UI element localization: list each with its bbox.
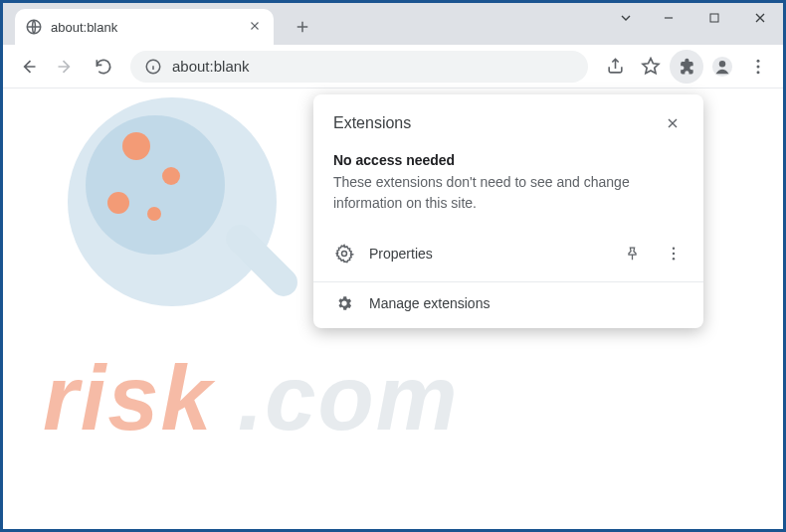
site-info-icon[interactable] bbox=[144, 58, 162, 76]
browser-tab[interactable]: about:blank bbox=[15, 9, 274, 45]
svg-point-11 bbox=[673, 258, 675, 260]
back-button[interactable] bbox=[11, 50, 45, 84]
extension-more-button[interactable] bbox=[660, 240, 688, 267]
watermark-text: risk bbox=[43, 346, 214, 450]
tab-close-icon[interactable] bbox=[248, 19, 264, 35]
svg-point-10 bbox=[673, 253, 675, 255]
tab-title: about:blank bbox=[51, 20, 240, 35]
svg-point-8 bbox=[342, 252, 347, 257]
extensions-popup: Extensions No access needed These extens… bbox=[313, 94, 703, 328]
popup-section-desc: These extensions don't need to see and c… bbox=[333, 172, 684, 214]
pin-button[interactable] bbox=[618, 240, 646, 267]
svg-point-7 bbox=[757, 71, 760, 74]
chevron-down-icon[interactable] bbox=[606, 3, 646, 33]
menu-button[interactable] bbox=[741, 50, 775, 84]
manage-extensions-row[interactable]: Manage extensions bbox=[313, 281, 703, 328]
globe-icon bbox=[25, 18, 43, 36]
profile-button[interactable] bbox=[705, 50, 739, 84]
popup-section-title: No access needed bbox=[333, 152, 684, 168]
extension-item[interactable]: Properties bbox=[313, 230, 703, 281]
manage-extensions-label: Manage extensions bbox=[369, 295, 688, 311]
maximize-button[interactable] bbox=[691, 3, 737, 33]
extensions-button[interactable] bbox=[670, 50, 703, 84]
svg-point-9 bbox=[673, 248, 675, 250]
window-controls bbox=[606, 3, 783, 33]
popup-close-button[interactable] bbox=[660, 110, 686, 136]
window-titlebar: about:blank bbox=[3, 3, 783, 45]
share-button[interactable] bbox=[598, 50, 632, 84]
url-text: about:blank bbox=[172, 58, 574, 75]
settings-gear-icon bbox=[333, 292, 355, 314]
bookmark-button[interactable] bbox=[634, 50, 668, 84]
extension-label: Properties bbox=[369, 246, 604, 262]
new-tab-button[interactable] bbox=[288, 12, 317, 42]
svg-point-6 bbox=[757, 65, 760, 68]
gear-icon bbox=[333, 243, 355, 265]
svg-point-4 bbox=[719, 61, 725, 67]
svg-rect-1 bbox=[710, 14, 718, 22]
reload-button[interactable] bbox=[87, 50, 120, 84]
minimize-button[interactable] bbox=[646, 3, 691, 33]
forward-button bbox=[49, 50, 83, 84]
close-window-button[interactable] bbox=[737, 3, 783, 33]
popup-title: Extensions bbox=[333, 114, 411, 132]
browser-toolbar: about:blank bbox=[3, 45, 783, 89]
svg-point-5 bbox=[757, 59, 760, 62]
address-bar[interactable]: about:blank bbox=[130, 51, 588, 83]
watermark-text-com: .com bbox=[238, 346, 460, 450]
